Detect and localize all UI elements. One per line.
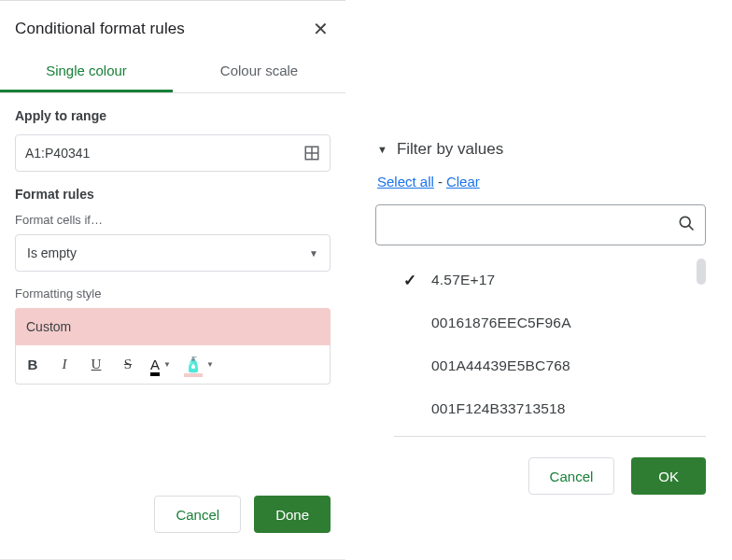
select-range-icon[interactable]: [303, 145, 320, 161]
tabs: Single colour Colour scale: [0, 51, 345, 93]
filter-value-row[interactable]: 001A44439E5BC768: [375, 344, 706, 387]
filter-link-row: Select all-Clear: [375, 174, 706, 189]
filter-values-list: ✓ 4.57E+17 00161876EEC5F96A 001A44439E5B…: [375, 259, 706, 430]
fill-color-button[interactable]: 🧴 ▼: [180, 356, 218, 373]
clear-link[interactable]: Clear: [446, 174, 480, 189]
cancel-button[interactable]: Cancel: [154, 496, 241, 533]
condition-value: Is empty: [27, 245, 77, 260]
collapse-icon[interactable]: ▼: [377, 144, 387, 155]
text-color-icon: A: [150, 357, 160, 372]
style-preview[interactable]: Custom: [15, 308, 331, 345]
format-cells-if-label: Format cells if…: [15, 213, 331, 227]
format-rules-label: Format rules: [15, 187, 331, 202]
ok-button[interactable]: OK: [631, 457, 706, 495]
fill-color-icon: 🧴: [184, 356, 203, 373]
formatting-style-label: Formatting style: [15, 287, 331, 301]
apply-to-range-label: Apply to range: [15, 108, 331, 123]
chevron-down-icon: ▼: [206, 360, 214, 369]
filter-value-row[interactable]: ✓ 4.57E+17: [375, 259, 706, 301]
bold-button[interactable]: B: [20, 350, 46, 380]
filter-value-row[interactable]: 00161876EEC5F96A: [375, 301, 706, 344]
range-input-container: [15, 134, 331, 172]
filter-search-box: [375, 204, 706, 245]
check-icon: ✓: [403, 271, 431, 290]
text-color-button[interactable]: A ▼: [147, 357, 175, 372]
tab-colour-scale[interactable]: Colour scale: [173, 51, 345, 92]
strikethrough-button[interactable]: S: [115, 350, 141, 380]
conditional-format-panel: Conditional format rules ✕ Single colour…: [0, 0, 345, 560]
panel-title: Conditional format rules: [15, 20, 185, 38]
panel-footer: Cancel Done: [0, 477, 345, 560]
scrollbar-thumb[interactable]: [697, 259, 706, 285]
filter-value-label: 00161876EEC5F96A: [431, 315, 571, 331]
filter-value-row[interactable]: 001F124B33713518: [375, 387, 706, 430]
filter-search-input[interactable]: [386, 217, 677, 233]
tab-single-colour[interactable]: Single colour: [0, 51, 173, 92]
close-icon[interactable]: ✕: [310, 18, 331, 40]
done-button[interactable]: Done: [254, 496, 331, 533]
condition-dropdown[interactable]: Is empty ▼: [15, 234, 331, 272]
filter-panel: ▼ Filter by values Select all-Clear ✓ 4.…: [366, 0, 732, 560]
filter-value-label: 4.57E+17: [431, 272, 495, 288]
format-toolbar: B I U S A ▼ 🧴 ▼: [15, 345, 331, 385]
chevron-down-icon: ▼: [163, 360, 171, 369]
panel-divider: [345, 0, 366, 560]
chevron-down-icon: ▼: [309, 248, 318, 259]
filter-title: Filter by values: [397, 140, 503, 159]
filter-value-label: 001F124B33713518: [431, 400, 566, 417]
italic-button[interactable]: I: [51, 350, 77, 380]
cancel-button[interactable]: Cancel: [528, 457, 615, 495]
underline-button[interactable]: U: [83, 350, 109, 380]
search-icon[interactable]: [677, 214, 696, 237]
filter-value-label: 001A44439E5BC768: [431, 357, 570, 374]
svg-line-4: [689, 225, 694, 230]
filter-footer: Cancel OK: [375, 437, 706, 495]
select-all-link[interactable]: Select all: [377, 174, 434, 189]
svg-point-3: [680, 217, 690, 227]
range-input[interactable]: [25, 146, 303, 161]
